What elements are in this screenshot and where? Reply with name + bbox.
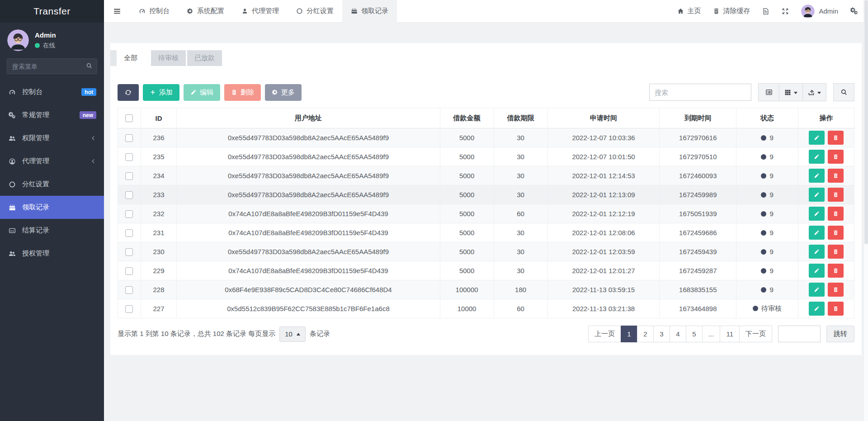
row-checkbox[interactable]	[125, 191, 133, 199]
row-edit-button[interactable]	[809, 245, 825, 259]
row-operations	[798, 166, 854, 185]
user-panel: Admin 在线	[0, 23, 104, 56]
cogs-icon[interactable]	[850, 7, 858, 15]
chevron-left-icon	[90, 158, 96, 164]
sidebar-item-settle-records[interactable]: 结算记录	[0, 219, 104, 242]
row-select-cell	[118, 223, 141, 242]
row-delete-button[interactable]	[828, 283, 844, 297]
page-size-select[interactable]: 10	[279, 326, 306, 342]
page-scrollbar[interactable]	[863, 0, 868, 421]
tab-pending[interactable]: 待审核	[151, 50, 186, 66]
columns-button[interactable]	[779, 83, 803, 101]
table-search-input[interactable]	[649, 84, 751, 101]
row-checkbox[interactable]	[125, 267, 133, 275]
row-delete-button[interactable]	[828, 169, 844, 183]
row-edit-button[interactable]	[809, 283, 825, 297]
topbar-tab-dashboard[interactable]: 控制台	[130, 0, 178, 23]
row-delete-button[interactable]	[828, 188, 844, 202]
page-prev[interactable]: 上一页	[588, 326, 621, 342]
export-button[interactable]	[802, 83, 826, 101]
row-edit-button[interactable]	[809, 150, 825, 164]
page-number[interactable]: 1	[621, 326, 637, 342]
page-number[interactable]: 11	[720, 326, 740, 342]
page-ellipsis[interactable]: ...	[702, 326, 721, 342]
more-button[interactable]: 更多	[265, 84, 302, 101]
row-edit-button[interactable]	[809, 131, 825, 145]
row-checkbox[interactable]	[125, 229, 133, 237]
page-jump-input[interactable]	[778, 326, 821, 342]
row-delete-button[interactable]	[828, 264, 844, 278]
row-select-cell	[118, 147, 141, 166]
tab-all[interactable]: 全部	[117, 50, 145, 66]
circle-icon	[8, 181, 16, 188]
edit-button[interactable]: 编辑	[184, 84, 220, 101]
sidebar-item-general[interactable]: 常规管理new	[0, 104, 104, 127]
row-term: 30	[494, 242, 547, 261]
row-delete-button[interactable]	[828, 207, 844, 221]
topbar-tab-label: 分红设置	[307, 7, 334, 15]
row-edit-button[interactable]	[809, 207, 825, 221]
row-edit-button[interactable]	[809, 226, 825, 240]
row-select-cell	[118, 242, 141, 261]
topbar-tab-agent[interactable]: 代理管理	[233, 0, 288, 23]
sidebar-item-claim-records[interactable]: 领取记录	[0, 196, 104, 219]
sidebar-item-permissions[interactable]: 权限管理	[0, 127, 104, 150]
row-expire-time: 1675051939	[660, 204, 736, 223]
users-icon	[8, 250, 16, 257]
topbar-tab-system-config[interactable]: 系统配置	[178, 0, 233, 23]
row-delete-button[interactable]	[828, 226, 844, 240]
sidebar-item-dividend[interactable]: 分红设置	[0, 173, 104, 196]
detail-view-button[interactable]	[758, 83, 779, 101]
row-id: 236	[141, 128, 177, 147]
scrollbar-thumb[interactable]	[864, 0, 868, 244]
menu-search-input[interactable]	[7, 58, 97, 74]
hamburger-menu-icon[interactable]	[104, 7, 130, 15]
clear-cache-link[interactable]: 清除缓存	[713, 7, 750, 15]
row-checkbox[interactable]	[125, 286, 133, 294]
page-number[interactable]: 5	[686, 326, 703, 342]
row-delete-button[interactable]	[828, 150, 844, 164]
page-number[interactable]: 4	[670, 326, 686, 342]
row-edit-button[interactable]	[809, 188, 825, 202]
topbar-tab-claim-records[interactable]: 领取记录	[342, 0, 397, 23]
user-menu[interactable]: Admin	[801, 5, 838, 18]
row-delete-button[interactable]	[828, 302, 844, 316]
row-apply-time: 2022-12-01 12:03:59	[547, 242, 660, 261]
row-delete-button[interactable]	[828, 245, 844, 259]
topbar-tab-dividend[interactable]: 分红设置	[288, 0, 342, 23]
row-edit-button[interactable]	[809, 302, 825, 316]
sidebar-item-agent[interactable]: 代理管理	[0, 150, 104, 173]
row-checkbox[interactable]	[125, 248, 133, 256]
language-icon[interactable]	[762, 8, 769, 15]
row-apply-time: 2022-11-13 03:21:38	[547, 299, 660, 318]
row-amount: 10000	[440, 299, 494, 318]
delete-button[interactable]: 删除	[224, 84, 261, 101]
row-checkbox[interactable]	[125, 153, 133, 161]
sidebar-item-authorize[interactable]: 授权管理	[0, 242, 104, 265]
row-checkbox[interactable]	[125, 134, 133, 142]
panel: 全部待审核已放款 添加 编辑 删除	[110, 43, 862, 355]
page-next[interactable]: 下一页	[739, 326, 772, 342]
page-jump-button[interactable]: 跳转	[826, 326, 854, 342]
add-button[interactable]: 添加	[143, 84, 179, 101]
page-number[interactable]: 3	[653, 326, 670, 342]
row-checkbox[interactable]	[125, 172, 133, 180]
sidebar-item-dashboard[interactable]: 控制台hot	[0, 80, 104, 104]
refresh-button[interactable]	[118, 84, 139, 101]
row-checkbox[interactable]	[125, 305, 133, 313]
row-delete-button[interactable]	[828, 131, 844, 145]
select-all-checkbox[interactable]	[125, 114, 133, 122]
row-id: 229	[141, 261, 177, 280]
home-link[interactable]: 主页	[677, 7, 701, 15]
user-avatar[interactable]	[7, 29, 29, 51]
row-checkbox[interactable]	[125, 210, 133, 218]
row-address: 0xe55d497783D03a598db8A2aec5AAcE65AA5489…	[177, 185, 440, 204]
status-dot-icon	[761, 287, 766, 293]
records-summary-suffix: 条记录	[310, 330, 330, 338]
fullscreen-icon[interactable]	[782, 8, 789, 15]
row-edit-button[interactable]	[809, 264, 825, 278]
page-number[interactable]: 2	[637, 326, 654, 342]
search-button[interactable]	[833, 83, 854, 101]
tab-paid[interactable]: 已放款	[187, 50, 222, 66]
row-edit-button[interactable]	[809, 169, 825, 183]
